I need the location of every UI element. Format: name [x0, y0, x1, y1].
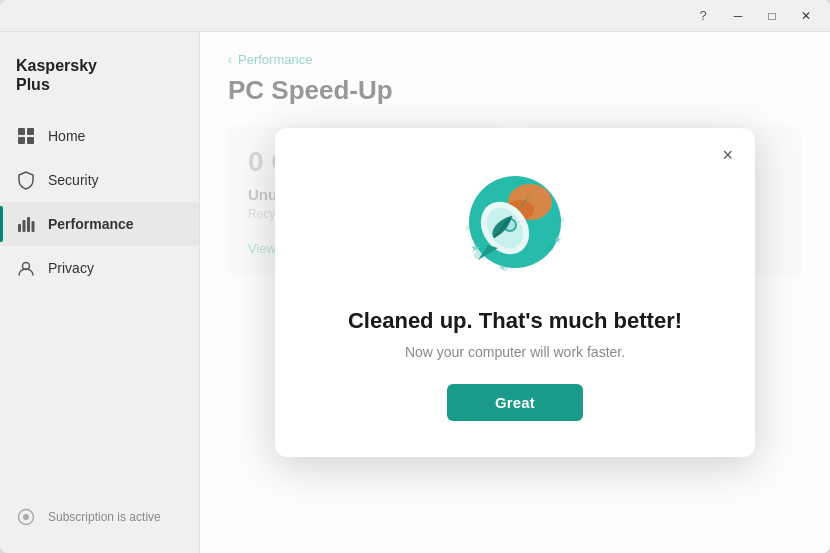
- svg-text:★: ★: [498, 262, 506, 272]
- svg-text:★: ★: [553, 234, 562, 245]
- sidebar-item-subscription[interactable]: Subscription is active: [0, 497, 199, 537]
- window-controls: ─ □ ✕: [722, 5, 822, 27]
- sidebar: KasperskyPlus Home: [0, 32, 200, 553]
- svg-text:★: ★: [470, 241, 481, 255]
- app-name: KasperskyPlus: [16, 56, 183, 94]
- svg-point-10: [23, 514, 29, 520]
- minimize-button[interactable]: ─: [722, 5, 754, 27]
- home-icon: [16, 126, 36, 146]
- svg-rect-5: [23, 220, 26, 232]
- sidebar-item-security-label: Security: [48, 172, 99, 188]
- sidebar-item-security[interactable]: Security: [0, 158, 199, 202]
- shield-icon: [16, 170, 36, 190]
- modal-illustration: ★ ★ ★: [450, 160, 580, 290]
- svg-rect-6: [27, 217, 30, 232]
- sidebar-item-home-label: Home: [48, 128, 85, 144]
- app-body: KasperskyPlus Home: [0, 32, 830, 553]
- maximize-button[interactable]: □: [756, 5, 788, 27]
- privacy-icon: [16, 258, 36, 278]
- modal-title: Cleaned up. That's much better!: [348, 308, 682, 334]
- performance-icon: [16, 214, 36, 234]
- subscription-icon: [16, 507, 36, 527]
- svg-rect-4: [18, 224, 21, 232]
- great-button[interactable]: Great: [447, 384, 583, 421]
- modal-close-button[interactable]: ×: [718, 142, 737, 168]
- modal-subtitle: Now your computer will work faster.: [405, 344, 625, 360]
- sidebar-item-performance[interactable]: Performance: [0, 202, 199, 246]
- sidebar-item-performance-label: Performance: [48, 216, 134, 232]
- svg-rect-1: [27, 128, 34, 135]
- subscription-label: Subscription is active: [48, 510, 161, 524]
- main-content: ‹ Performance PC Speed-Up 0 GB Unused sy…: [200, 32, 830, 553]
- close-button[interactable]: ✕: [790, 5, 822, 27]
- nav-bottom: Subscription is active: [0, 489, 199, 537]
- sidebar-item-privacy-label: Privacy: [48, 260, 94, 276]
- app-logo: KasperskyPlus: [0, 48, 199, 114]
- modal-overlay: ×: [200, 32, 830, 553]
- help-button[interactable]: ?: [692, 5, 714, 27]
- svg-rect-3: [27, 137, 34, 144]
- svg-rect-2: [18, 137, 25, 144]
- sidebar-item-home[interactable]: Home: [0, 114, 199, 158]
- titlebar: ? ─ □ ✕: [0, 0, 830, 32]
- svg-rect-0: [18, 128, 25, 135]
- svg-rect-7: [32, 221, 35, 232]
- sidebar-item-privacy[interactable]: Privacy: [0, 246, 199, 290]
- app-window: ? ─ □ ✕ KasperskyPlus: [0, 0, 830, 553]
- success-modal: ×: [275, 128, 755, 457]
